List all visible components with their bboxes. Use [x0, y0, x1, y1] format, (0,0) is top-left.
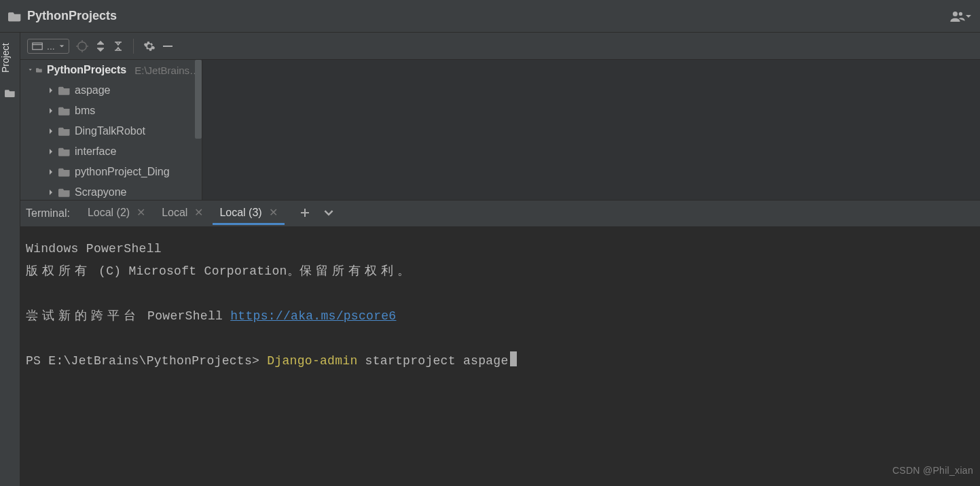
svg-rect-2 — [33, 43, 42, 50]
folder-icon — [58, 126, 71, 136]
view-mode-label: ... — [47, 41, 55, 52]
collapse-all-icon[interactable] — [113, 41, 124, 52]
terminal-line: 尝试新的跨平台 PowerShell https://aka.ms/pscore… — [26, 305, 975, 328]
tree-item[interactable]: aspage — [20, 80, 202, 101]
watermark: CSDN @Phil_xian — [892, 459, 973, 482]
tree-item[interactable]: DingTalkRobot — [20, 121, 202, 141]
close-icon[interactable]: ✕ — [137, 206, 145, 219]
prompt-args: startproject aspage — [358, 354, 509, 368]
terminal-body[interactable]: Windows PowerShell 版权所有 (C) Microsoft Co… — [20, 227, 980, 486]
titlebar: PythonProjects — [0, 0, 980, 33]
breadcrumb[interactable]: PythonProjects — [8, 9, 117, 23]
editor-area — [202, 60, 980, 200]
expand-all-icon[interactable] — [95, 41, 106, 52]
terminal-tab-active[interactable]: Local (3) ✕ — [213, 202, 284, 225]
minimize-icon[interactable] — [162, 41, 173, 52]
view-mode-select[interactable]: ... — [27, 39, 69, 54]
project-toolbar: ... — [20, 33, 980, 60]
svg-point-1 — [959, 12, 962, 15]
folder-icon — [58, 86, 71, 95]
chevron-right-icon — [48, 189, 54, 196]
rail-project-tab[interactable]: Project — [0, 35, 11, 83]
left-rail: Project — [0, 33, 20, 486]
chevron-right-icon — [48, 128, 54, 135]
tree-item-label: pythonProject_Ding — [75, 166, 170, 178]
tree-item[interactable]: Scrapyone — [20, 182, 202, 200]
window-icon — [32, 42, 43, 50]
tree-root-name: PythonProjects — [47, 64, 126, 76]
chevron-right-icon — [48, 107, 54, 114]
chevron-right-icon — [48, 87, 54, 94]
prompt-command: Django-admin — [267, 354, 357, 368]
target-icon[interactable] — [76, 40, 88, 52]
terminal-title: Terminal: — [26, 207, 70, 220]
chevron-down-icon — [59, 44, 65, 49]
chevron-down-icon — [965, 13, 972, 20]
close-icon[interactable]: ✕ — [269, 206, 278, 219]
separator — [133, 39, 134, 54]
folder-icon — [58, 147, 71, 156]
tree-item[interactable]: interface — [20, 141, 202, 162]
project-tree: PythonProjects E:\JetBrains\PythonProjec… — [20, 60, 202, 200]
folder-icon — [58, 167, 71, 177]
tree-item-label: aspage — [75, 84, 111, 97]
breadcrumb-project: PythonProjects — [27, 9, 117, 23]
close-icon[interactable]: ✕ — [194, 206, 203, 219]
cursor — [510, 351, 517, 366]
tree-item[interactable]: bms — [20, 101, 202, 121]
scrollbar-thumb[interactable] — [195, 60, 202, 139]
tree-item[interactable]: pythonProject_Ding — [20, 162, 202, 182]
new-tab-button[interactable] — [300, 207, 310, 220]
prompt-path: PS E:\JetBrains\PythonProjects> — [26, 354, 267, 368]
pscore-link[interactable]: https://aka.ms/pscore6 — [230, 309, 396, 323]
folder-icon — [36, 65, 43, 75]
tree-root-path: E:\JetBrains\PythonProjects — [134, 65, 202, 76]
user-menu[interactable] — [950, 11, 972, 22]
svg-rect-9 — [163, 46, 173, 47]
tree-item-label: Scrapyone — [75, 186, 127, 198]
gear-icon[interactable] — [143, 40, 156, 52]
rail-folder-icon[interactable] — [0, 88, 20, 98]
chevron-down-icon — [29, 68, 32, 71]
chevron-right-icon — [48, 169, 54, 175]
svg-point-4 — [77, 41, 86, 50]
terminal-tab[interactable]: Local ✕ — [155, 202, 210, 225]
chevron-right-icon — [48, 148, 54, 155]
folder-icon — [58, 188, 71, 197]
terminal-tab-label: Local (2) — [88, 207, 130, 219]
terminal-header: Terminal: Local (2) ✕ Local ✕ Local (3) … — [20, 200, 980, 227]
dropdown-button[interactable] — [324, 208, 333, 220]
tree-item-label: interface — [75, 145, 116, 158]
tree-item-label: DingTalkRobot — [75, 125, 145, 137]
terminal-prompt-line: PS E:\JetBrains\PythonProjects> Django-a… — [26, 350, 975, 372]
terminal-tab[interactable]: Local (2) ✕ — [81, 202, 152, 225]
tree-root[interactable]: PythonProjects E:\JetBrains\PythonProjec… — [20, 60, 202, 80]
svg-point-0 — [953, 11, 958, 16]
users-icon — [950, 11, 965, 22]
folder-icon — [8, 11, 22, 22]
terminal-tab-label: Local — [162, 207, 187, 219]
folder-icon — [58, 106, 71, 116]
terminal-line: 版权所有 (C) Microsoft Corporation。保留所有权利。 — [26, 260, 975, 283]
terminal-line: Windows PowerShell — [26, 238, 975, 260]
tree-item-label: bms — [75, 105, 95, 117]
terminal-tab-label: Local (3) — [219, 207, 261, 219]
